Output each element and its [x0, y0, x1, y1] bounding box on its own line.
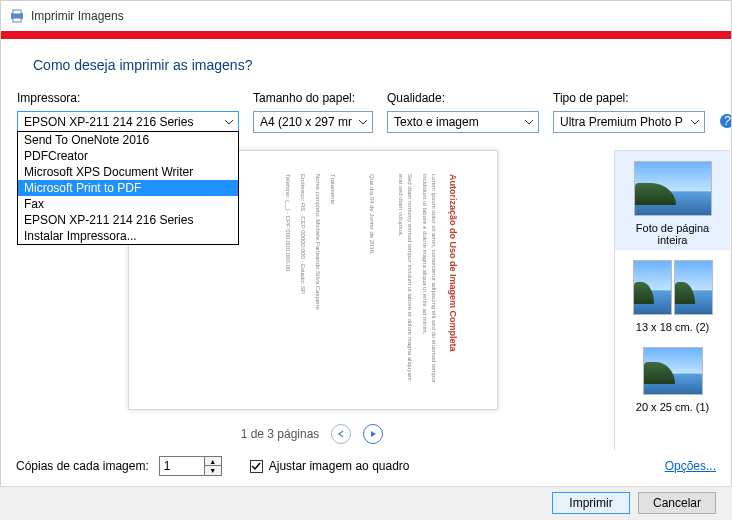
printer-select[interactable]: EPSON XP-211 214 216 Series: [17, 111, 239, 133]
prev-page-button[interactable]: [331, 424, 351, 444]
quality-label: Qualidade:: [387, 91, 539, 105]
help-icon[interactable]: ?: [719, 113, 732, 129]
printer-option[interactable]: Instalar Impressora...: [18, 228, 238, 244]
print-controls-row: Impressora: EPSON XP-211 214 216 Series …: [1, 87, 731, 133]
printer-option[interactable]: PDFCreator: [18, 148, 238, 164]
options-link[interactable]: Opções...: [665, 459, 716, 473]
template-label: Foto de página inteira: [621, 222, 724, 246]
printer-option[interactable]: EPSON XP-211 214 216 Series: [18, 212, 238, 228]
svg-text:?: ?: [724, 114, 731, 128]
doc-block: Telefone: (__) · CPF 000.000.000-00: [283, 174, 292, 386]
printer-label: Impressora:: [17, 91, 239, 105]
copies-increment-button[interactable]: ▲: [205, 457, 221, 466]
doc-block: Nome completo: Michele Parteando Silva C…: [313, 174, 322, 386]
paper-type-label: Tipo de papel:: [553, 91, 705, 105]
cancel-button[interactable]: Cancelar: [638, 492, 716, 514]
quality-select[interactable]: Texto e imagem: [387, 111, 539, 133]
printer-option[interactable]: Microsoft Print to PDF: [18, 180, 238, 196]
copies-decrement-button[interactable]: ▼: [205, 466, 221, 475]
bottom-bar: Cópias de cada imagem: ▲ ▼ Ajustar image…: [0, 450, 732, 520]
svg-rect-2: [13, 18, 21, 22]
layout-template[interactable]: Foto de página inteira: [615, 151, 730, 250]
printer-icon: [9, 8, 25, 24]
doc-paragraph: Sed diam nonumy eirmod tempor invidunt u…: [396, 174, 414, 386]
page-navigator: 1 de 3 páginas: [16, 424, 608, 444]
layout-template[interactable]: 13 x 18 cm. (2): [615, 250, 730, 337]
titlebar: Imprimir Imagens: [1, 1, 731, 31]
options-row: Cópias de cada imagem: ▲ ▼ Ajustar image…: [0, 450, 732, 486]
template-label: 13 x 18 cm. (2): [621, 321, 724, 333]
doc-block: Tratamento: [328, 174, 337, 386]
paper-size-label: Tamanho do papel:: [253, 91, 373, 105]
printer-select-value: EPSON XP-211 214 216 Series: [24, 115, 193, 129]
paper-type-value: Ultra Premium Photo P: [560, 115, 683, 129]
chevron-down-icon: [524, 119, 534, 125]
paper-type-group: Tipo de papel: Ultra Premium Photo P: [553, 91, 705, 133]
template-thumbnail: [643, 347, 703, 395]
printer-option[interactable]: Microsoft XPS Document Writer: [18, 164, 238, 180]
template-thumbnail: [634, 161, 712, 216]
doc-paragraph: Lorem ipsum dolor sit amet, consectetur …: [420, 174, 438, 386]
printer-dropdown-list: Send To OneNote 2016 PDFCreator Microsof…: [17, 131, 239, 245]
fit-label: Ajustar imagem ao quadro: [269, 459, 410, 473]
layout-template[interactable]: 20 x 25 cm. (1): [615, 337, 730, 417]
next-page-button[interactable]: [363, 424, 383, 444]
printer-option[interactable]: Send To OneNote 2016: [18, 132, 238, 148]
layout-templates-panel[interactable]: Foto de página inteira 13 x 18 cm. (2) 2…: [614, 150, 730, 450]
doc-title: Autorização do Uso de Imagem Completa: [448, 174, 458, 386]
fit-checkbox[interactable]: [250, 460, 263, 473]
quality-value: Texto e imagem: [394, 115, 479, 129]
fit-checkbox-group: Ajustar imagem ao quadro: [250, 459, 410, 473]
doc-block: Endereço: RS · CEP 00000-000 · Estado: S…: [298, 174, 307, 386]
chevron-down-icon: [690, 119, 700, 125]
paper-size-group: Tamanho do papel: A4 (210 x 297 mm: [253, 91, 373, 133]
pager-text: 1 de 3 páginas: [241, 427, 320, 441]
chevron-down-icon: [224, 119, 234, 125]
paper-type-select[interactable]: Ultra Premium Photo P: [553, 111, 705, 133]
copies-spinner: ▲ ▼: [159, 456, 222, 476]
printer-option[interactable]: Fax: [18, 196, 238, 212]
doc-date: Que dia 04 de Junho de 2016.: [367, 174, 376, 386]
copies-input[interactable]: [159, 456, 205, 476]
chevron-down-icon: [358, 119, 368, 125]
printer-group: Impressora: EPSON XP-211 214 216 Series: [17, 91, 239, 133]
quality-group: Qualidade: Texto e imagem: [387, 91, 539, 133]
accent-band: [1, 31, 731, 39]
window-title: Imprimir Imagens: [31, 9, 124, 23]
svg-rect-1: [13, 10, 21, 14]
paper-size-value: A4 (210 x 297 mm: [260, 115, 352, 129]
print-button[interactable]: Imprimir: [552, 492, 630, 514]
copies-label: Cópias de cada imagem:: [16, 459, 149, 473]
page-header-question: Como deseja imprimir as imagens?: [1, 39, 731, 87]
template-thumbnail: [633, 260, 713, 315]
template-label: 20 x 25 cm. (1): [621, 401, 724, 413]
dialog-buttons: Imprimir Cancelar: [0, 486, 732, 520]
paper-size-select[interactable]: A4 (210 x 297 mm: [253, 111, 373, 133]
